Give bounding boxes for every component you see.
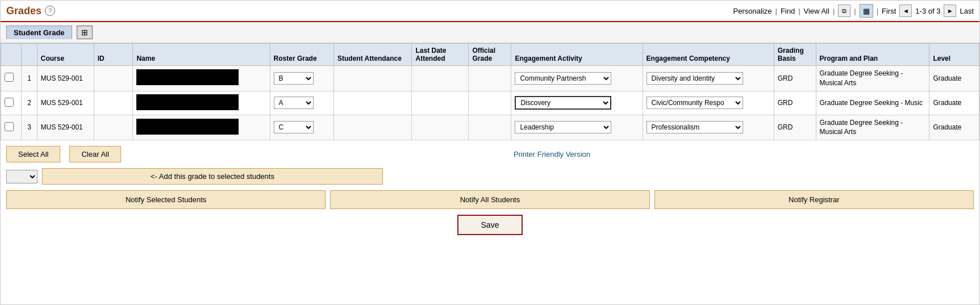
grades-header: Grades ? Personalize | Find | View All |… [1, 1, 979, 22]
row-3-engagement-activity[interactable]: Community PartnershDiscoveryLeadershipCi… [511, 115, 643, 140]
row-3-activity-select[interactable]: Community PartnershDiscoveryLeadershipCi… [515, 121, 611, 133]
find-link[interactable]: Find [781, 7, 795, 15]
grid-icon[interactable]: ▦ [860, 4, 873, 18]
grade-add-select[interactable]: A A- B+ B B- C+ C C- D F [6, 170, 37, 183]
help-icon[interactable]: ? [45, 6, 55, 16]
row-1-engagement-activity[interactable]: Community PartnershDiscoveryLeadershipCi… [511, 66, 643, 91]
add-grade-button[interactable]: <- Add this grade to selected students [42, 168, 383, 185]
redacted-name [136, 119, 239, 135]
next-nav-btn[interactable]: ► [944, 5, 956, 17]
row-1-official-grade [469, 66, 511, 91]
notify-selected-button[interactable]: Notify Selected Students [6, 190, 326, 209]
row-1-name [133, 66, 270, 91]
row-3-grading-basis: GRD [774, 115, 816, 140]
row-3-roster-grade-select[interactable]: AA-B+BB-C+CC-D+DF [274, 121, 314, 133]
row-3-engagement-competency[interactable]: Diversity and IdentityCivic/Community Re… [643, 115, 774, 140]
page-wrapper: Grades ? Personalize | Find | View All |… [0, 0, 980, 305]
row-1-activity-select[interactable]: Community PartnershDiscoveryLeadershipCi… [515, 72, 611, 85]
col-header-lastdate: Last Date Attended [412, 44, 469, 66]
row-3-last-date [412, 115, 469, 140]
row-1-roster-grade-select[interactable]: AA-B+BB-C+CC-D+DF [274, 72, 314, 85]
row-1-id [94, 66, 133, 91]
notify-all-button[interactable]: Notify All Students [330, 190, 649, 209]
expand-icon[interactable]: ⧉ [838, 5, 850, 17]
table-row: 2MUS 529-001AA-B+BB-C+CC-D+DFCommunity P… [1, 91, 979, 115]
row-3-name [133, 115, 270, 140]
row-3-roster-grade[interactable]: AA-B+BB-C+CC-D+DF [270, 115, 333, 140]
col-header-name: Name [133, 44, 270, 66]
row-3-level: Graduate [929, 115, 979, 140]
row-2-attendance [334, 91, 412, 115]
col-header-grading: Grading Basis [774, 44, 816, 66]
col-header-offgrade: Official Grade [469, 44, 511, 66]
sub-header: Student Grade ⊞ [1, 22, 979, 43]
personalize-link[interactable]: Personalize [733, 7, 772, 15]
clear-all-button[interactable]: Clear All [69, 146, 120, 162]
row-1-checkbox[interactable] [5, 73, 14, 82]
notify-row: Notify Selected Students Notify All Stud… [6, 190, 974, 209]
row-2-competency-select[interactable]: Diversity and IdentityCivic/Community Re… [647, 97, 743, 109]
printer-friendly-link[interactable]: Printer Friendly Version [514, 150, 590, 158]
col-header-course: Course [37, 44, 94, 66]
row-1-competency-select[interactable]: Diversity and IdentityCivic/Community Re… [647, 72, 743, 85]
row-3-attendance [334, 115, 412, 140]
col-header-level: Level [929, 44, 979, 66]
header-right: Personalize | Find | View All | ⧉ | ▦ | … [733, 4, 974, 18]
grades-table: Course ID Name Roster Grade Student Atte… [1, 43, 979, 140]
row-1-course: MUS 529-001 [37, 66, 94, 91]
first-link[interactable]: First [882, 7, 896, 15]
redacted-name [136, 69, 239, 85]
col-header-program: Program and Plan [816, 44, 929, 66]
row-1-last-date [412, 66, 469, 91]
col-header-competency: Engagement Competency [643, 44, 774, 66]
row-2-engagement-activity[interactable]: Community PartnershDiscoveryLeadershipCi… [511, 91, 643, 115]
col-header-check [1, 44, 22, 66]
row-1-roster-grade[interactable]: AA-B+BB-C+CC-D+DF [270, 66, 333, 91]
row-3-id [94, 115, 133, 140]
table-row: 3MUS 529-001AA-B+BB-C+CC-D+DFCommunity P… [1, 115, 979, 140]
row-2-last-date [412, 91, 469, 115]
col-header-roster: Roster Grade [270, 44, 333, 66]
redacted-name [136, 94, 239, 110]
row-3-checkbox[interactable] [5, 122, 14, 131]
notify-registrar-button[interactable]: Notify Registrar [654, 190, 974, 209]
add-grade-row: A A- B+ B B- C+ C C- D F <- Add this gra… [6, 168, 974, 185]
save-row: Save [6, 215, 974, 235]
row-2-course: MUS 529-001 [37, 91, 94, 115]
row-2-activity-select[interactable]: Community PartnershDiscoveryLeadershipCi… [515, 96, 611, 110]
page-info: 1-3 of 3 [915, 7, 940, 15]
col-header-activity: Engagement Activity [511, 44, 643, 66]
col-header-num [22, 44, 37, 66]
select-all-button[interactable]: Select All [6, 146, 60, 162]
grades-title-area: Grades ? [6, 5, 55, 17]
row-1-program-plan: Graduate Degree Seeking - Musical Arts [816, 66, 929, 91]
row-2-official-grade [469, 91, 511, 115]
row-2-checkbox[interactable] [5, 98, 14, 107]
last-link[interactable]: Last [960, 7, 974, 15]
row-3-competency-select[interactable]: Diversity and IdentityCivic/Community Re… [647, 121, 743, 133]
student-grade-tab[interactable]: Student Grade [6, 26, 72, 39]
table-toggle-icon[interactable]: ⊞ [77, 26, 93, 39]
row-3-number: 3 [22, 115, 37, 140]
row-2-roster-grade[interactable]: AA-B+BB-C+CC-D+DF [270, 91, 333, 115]
row-1-number: 1 [22, 66, 37, 91]
page-title: Grades [6, 5, 41, 17]
row-2-level: Graduate [929, 91, 979, 115]
row-2-name [133, 91, 270, 115]
row-1-engagement-competency[interactable]: Diversity and IdentityCivic/Community Re… [643, 66, 774, 91]
row-1-level: Graduate [929, 66, 979, 91]
row-2-engagement-competency[interactable]: Diversity and IdentityCivic/Community Re… [643, 91, 774, 115]
row-2-id [94, 91, 133, 115]
row-3-official-grade [469, 115, 511, 140]
row-1-attendance [334, 66, 412, 91]
view-all-link[interactable]: View All [804, 7, 829, 15]
save-button[interactable]: Save [457, 215, 523, 235]
row-3-program-plan: Graduate Degree Seeking - Musical Arts [816, 115, 929, 140]
select-clear-row: Select All Clear All Printer Friendly Ve… [6, 146, 974, 162]
prev-nav-btn[interactable]: ◄ [899, 5, 912, 17]
bottom-controls: Select All Clear All Printer Friendly Ve… [1, 140, 979, 241]
row-2-program-plan: Graduate Degree Seeking - Music [816, 91, 929, 115]
row-3-course: MUS 529-001 [37, 115, 94, 140]
row-2-roster-grade-select[interactable]: AA-B+BB-C+CC-D+DF [274, 97, 314, 109]
col-header-attendance: Student Attendance [334, 44, 412, 66]
